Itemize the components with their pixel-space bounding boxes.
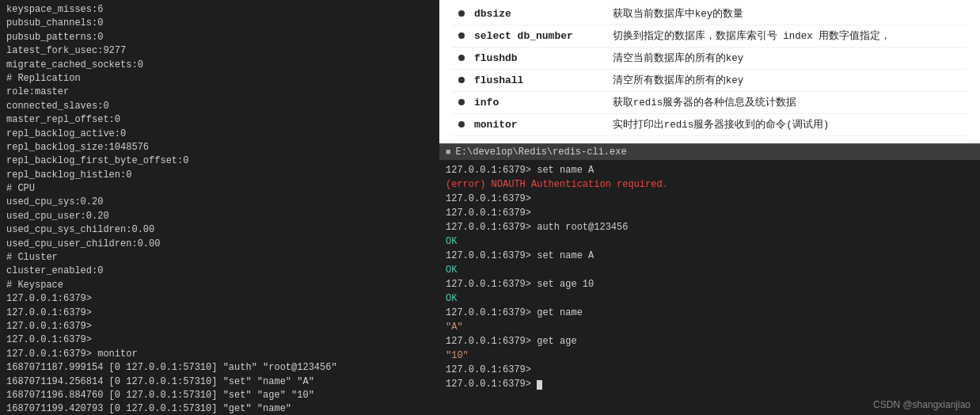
cli-prompt: 127.0.0.1:6379> [446, 165, 537, 176]
command-row: flushall 清空所有数据库的所有的key [452, 70, 967, 92]
cli-command: set name A [537, 165, 594, 176]
command-desc: 获取当前数据库中key的数量 [606, 3, 967, 25]
bullet-icon [458, 121, 465, 128]
terminal-line: 127.0.0.1:6379> [6, 320, 433, 333]
bullet-icon [458, 99, 465, 105]
command-table: dbsize 获取当前数据库中key的数量 select db_number 切… [452, 3, 967, 136]
terminal-line: pubsub_patterns:0 [6, 31, 433, 44]
command-name: flushdb [468, 48, 606, 70]
cli-command: set age 10 [537, 279, 594, 290]
cli-prompt: 127.0.0.1:6379> [446, 279, 537, 290]
cli-cursor [537, 380, 542, 390]
bullet-cell [452, 114, 468, 136]
bullet-icon [458, 10, 465, 17]
cli-prompt: 127.0.0.1:6379> [446, 364, 531, 375]
cli-line: "A" [446, 320, 974, 334]
command-desc: 切换到指定的数据库，数据库索引号 index 用数字值指定， [606, 25, 967, 48]
bullet-icon [458, 55, 465, 61]
command-name: info [468, 92, 606, 114]
terminal-line: used_cpu_sys_children:0.00 [6, 223, 433, 237]
terminal-line: keyspace_misses:6 [6, 3, 433, 17]
cli-body: 127.0.0.1:6379> set name A(error) NOAUTH… [439, 160, 980, 415]
terminal-line: repl_backlog_histlen:0 [6, 169, 433, 182]
cli-line: 127.0.0.1:6379> [446, 377, 974, 391]
command-desc: 获取redis服务器的各种信息及统计数据 [606, 92, 967, 114]
terminal-line: 1687071194.256814 [0 127.0.0.1:57310] "s… [6, 375, 433, 389]
bullet-cell [452, 48, 468, 70]
command-name: select db_number [468, 25, 606, 48]
cli-line: "10" [446, 348, 974, 363]
terminal-line: # Cluster [6, 251, 433, 265]
terminal-line: used_cpu_sys:0.20 [6, 196, 433, 209]
cli-command: auth root@123456 [537, 222, 628, 233]
cli-line: 127.0.0.1:6379> [446, 206, 974, 220]
command-desc: 清空所有数据库的所有的key [606, 70, 967, 92]
command-desc: 清空当前数据库的所有的key [606, 48, 967, 70]
command-name: monitor [468, 114, 606, 136]
cli-prompt: 127.0.0.1:6379> [446, 250, 537, 261]
cli-ok: OK [446, 236, 457, 247]
terminal-line: 127.0.0.1:6379> [6, 292, 433, 306]
terminal-line: used_cpu_user_children:0.00 [6, 238, 433, 251]
cli-line: OK [446, 263, 974, 277]
cli-prompt: 127.0.0.1:6379> [446, 379, 537, 390]
terminal-line: 1687071196.884760 [0 127.0.0.1:57310] "s… [6, 389, 433, 402]
command-row: info 获取redis服务器的各种信息及统计数据 [452, 92, 967, 114]
cli-ok: OK [446, 293, 457, 304]
terminal-line: # Keyspace [6, 279, 433, 292]
terminal-line: master_repl_offset:0 [6, 113, 433, 127]
terminal-line: 127.0.0.1:6379> [6, 333, 433, 347]
terminal-line: # Replication [6, 72, 433, 86]
cli-window: ■ E:\develop\Redis\redis-cli.exe 127.0.0… [439, 143, 980, 415]
terminal-line: cluster_enabled:0 [6, 265, 433, 278]
terminal-line: # CPU [6, 182, 433, 196]
cli-ok: OK [446, 265, 457, 276]
terminal-line: used_cpu_user:0.20 [6, 210, 433, 223]
command-row: monitor 实时打印出redis服务器接收到的命令(调试用) [452, 114, 967, 136]
cli-result: "10" [446, 350, 469, 361]
cli-titlebar: ■ E:\develop\Redis\redis-cli.exe [439, 143, 980, 160]
cli-line: 127.0.0.1:6379> [446, 192, 974, 206]
cli-command: get age [537, 336, 576, 347]
command-desc: 实时打印出redis服务器接收到的命令(调试用) [606, 114, 967, 136]
cli-prompt: 127.0.0.1:6379> [446, 208, 531, 219]
bullet-icon [458, 77, 465, 83]
terminal-line: migrate_cached_sockets:0 [6, 59, 433, 72]
bullet-icon [458, 32, 465, 39]
terminal-line: pubsub_channels:0 [6, 17, 433, 30]
bullet-cell [452, 92, 468, 114]
cli-prompt: 127.0.0.1:6379> [446, 307, 537, 318]
cli-error: (error) NOAUTH Authentication required. [446, 179, 668, 190]
cli-command: get name [537, 307, 583, 318]
left-terminal: keyspace_misses:6pubsub_channels:0pubsub… [0, 0, 439, 415]
cli-line: 127.0.0.1:6379> set age 10 [446, 277, 974, 291]
terminal-line: repl_backlog_size:1048576 [6, 141, 433, 154]
watermark: CSDN @shangxianjiao [873, 399, 971, 410]
cli-line: 127.0.0.1:6379> set name A [446, 163, 974, 177]
command-name: flushall [468, 70, 606, 92]
terminal-line: latest_fork_usec:9277 [6, 44, 433, 58]
cli-command: set name A [537, 250, 594, 261]
cli-line: OK [446, 234, 974, 249]
command-row: flushdb 清空当前数据库的所有的key [452, 48, 967, 70]
cli-prompt: 127.0.0.1:6379> [446, 336, 537, 347]
terminal-icon: ■ [446, 147, 451, 157]
cli-line: 127.0.0.1:6379> [446, 363, 974, 377]
command-row: dbsize 获取当前数据库中key的数量 [452, 3, 967, 25]
cli-result: "A" [446, 322, 463, 333]
terminal-line: repl_backlog_first_byte_offset:0 [6, 154, 433, 168]
terminal-line: 127.0.0.1:6379> [6, 306, 433, 320]
terminal-line: connected_slaves:0 [6, 100, 433, 113]
command-reference: dbsize 获取当前数据库中key的数量 select db_number 切… [439, 0, 980, 143]
cli-line: 127.0.0.1:6379> get name [446, 306, 974, 320]
right-panel: dbsize 获取当前数据库中key的数量 select db_number 切… [439, 0, 980, 415]
bullet-cell [452, 70, 468, 92]
cli-prompt: 127.0.0.1:6379> [446, 222, 537, 233]
terminal-line: 1687071187.999154 [0 127.0.0.1:57310] "a… [6, 361, 433, 375]
bullet-cell [452, 3, 468, 25]
cli-line: OK [446, 291, 974, 306]
terminal-line: role:master [6, 86, 433, 99]
terminal-line: 127.0.0.1:6379> monitor [6, 348, 433, 361]
command-name: dbsize [468, 3, 606, 25]
terminal-line: repl_backlog_active:0 [6, 128, 433, 141]
